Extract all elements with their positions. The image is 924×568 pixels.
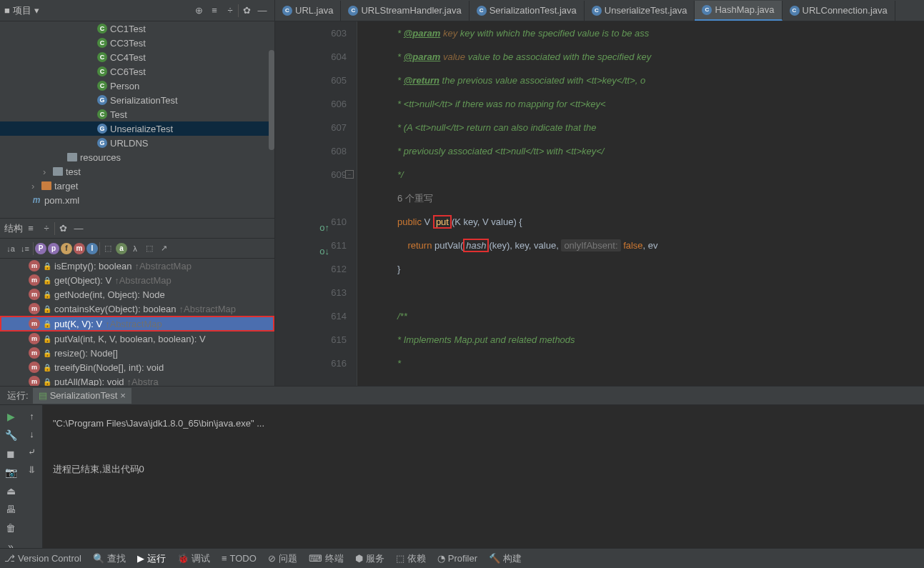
- print-icon[interactable]: 🖶: [6, 504, 16, 515]
- wrench-icon[interactable]: 🔧: [5, 429, 17, 441]
- build-tool[interactable]: 🔨 构建: [489, 552, 522, 565]
- find-tool[interactable]: 🔍 查找: [93, 552, 126, 565]
- autoscroll-icon[interactable]: ↗: [157, 242, 170, 255]
- project-file-CC1Test[interactable]: CCC1Test: [0, 21, 274, 36]
- project-file-SerializationTest[interactable]: GSerializationTest: [0, 93, 274, 107]
- editor-tab[interactable]: CHashMap.java: [695, 1, 782, 21]
- line-number[interactable]: 616: [275, 352, 347, 375]
- terminal-tool[interactable]: ⌨ 终端: [309, 552, 344, 565]
- structure-list[interactable]: m🔒isEmpty(): boolean ↑AbstractMapm🔒get(O…: [0, 259, 274, 389]
- gutter[interactable]: 603604605606607608609−o↑ o↓6106116126136…: [275, 21, 357, 386]
- down-icon[interactable]: ↓: [29, 429, 34, 439]
- hide-icon[interactable]: —: [254, 3, 270, 19]
- struct-hide-icon[interactable]: —: [71, 221, 86, 236]
- editor-tab[interactable]: CSerializationTest.java: [470, 1, 585, 21]
- up-icon[interactable]: ↑: [29, 411, 34, 422]
- filter-inner-icon[interactable]: I: [86, 243, 98, 254]
- camera-icon[interactable]: 📷: [5, 467, 17, 478]
- line-number[interactable]: 604: [275, 45, 347, 69]
- structure-method[interactable]: m🔒treeifyBin(Node[], int): void: [0, 360, 274, 374]
- line-number[interactable]: 603: [275, 21, 347, 45]
- structure-method[interactable]: m🔒containsKey(Object): boolean ↑Abstract…: [0, 302, 274, 316]
- project-file-CC4Test[interactable]: CCC4Test: [0, 50, 274, 64]
- structure-method[interactable]: m🔒get(Object): V ↑AbstractMap: [0, 273, 274, 287]
- structure-method[interactable]: m🔒isEmpty(): boolean ↑AbstractMap: [0, 259, 274, 273]
- pom-file[interactable]: m pom.xml: [0, 193, 274, 207]
- todo-tool[interactable]: ≡ TODO: [222, 553, 257, 564]
- folder-test[interactable]: ›test: [0, 164, 274, 179]
- filter-inherit-icon[interactable]: ⬚: [101, 242, 114, 255]
- run-tab[interactable]: ▤ SerializationTest ×: [33, 388, 131, 404]
- overrides-hint[interactable]: 6 个重写: [397, 186, 924, 210]
- sort-alpha-icon[interactable]: ↓a: [4, 242, 17, 255]
- line-number[interactable]: 606: [275, 92, 347, 116]
- folder-resources[interactable]: resources: [0, 150, 274, 164]
- settings-icon[interactable]: ✿: [239, 3, 254, 19]
- structure-method[interactable]: m🔒getNode(int, Object): Node: [0, 287, 274, 302]
- line-number[interactable]: 605: [275, 69, 347, 92]
- struct-settings-icon[interactable]: ✿: [55, 221, 71, 236]
- struct-expand-icon[interactable]: ≡: [23, 221, 39, 236]
- code-body[interactable]: * @param key key with which the specifie…: [357, 21, 924, 386]
- run-title: 运行:: [7, 389, 29, 402]
- locate-icon[interactable]: ⊕: [191, 3, 207, 19]
- folder-target[interactable]: ›target: [0, 179, 274, 193]
- vcs-tool[interactable]: ⎇ Version Control: [4, 553, 81, 564]
- editor-tab[interactable]: CURLConnection.java: [783, 1, 895, 21]
- filter-anon-icon[interactable]: a: [116, 243, 127, 254]
- line-number[interactable]: 614: [275, 304, 347, 328]
- line-number[interactable]: [275, 186, 347, 210]
- tree-scrollbar[interactable]: [269, 50, 274, 150]
- filter-methods-icon[interactable]: m: [74, 243, 85, 254]
- console-output[interactable]: "C:\Program Files\Java\jdk1.8.0_65\bin\j…: [43, 405, 924, 548]
- fold-icon[interactable]: −: [345, 170, 354, 179]
- delete-icon[interactable]: 🗑: [6, 522, 16, 534]
- run-tool[interactable]: ▶ 运行: [137, 552, 166, 565]
- line-number[interactable]: 608: [275, 139, 347, 163]
- project-file-CC3Test[interactable]: CCC3Test: [0, 36, 274, 50]
- line-number[interactable]: 613: [275, 281, 347, 304]
- filter-lambda-icon[interactable]: λ: [129, 242, 141, 255]
- expand-icon[interactable]: ≡: [207, 3, 222, 19]
- project-file-UnserializeTest[interactable]: GUnserializeTest: [0, 121, 274, 136]
- structure-method[interactable]: m🔒putVal(int, K, V, boolean, boolean): V: [0, 332, 274, 346]
- editor-tab[interactable]: CURLStreamHandler.java: [341, 1, 469, 21]
- project-file-CC6Test[interactable]: CCC6Test: [0, 64, 274, 79]
- rerun-icon[interactable]: ▶: [7, 411, 15, 422]
- line-number[interactable]: 607: [275, 116, 347, 139]
- line-number[interactable]: 609−: [275, 163, 347, 186]
- sort-visibility-icon[interactable]: ↓≡: [19, 242, 31, 255]
- filter-nonpublic-icon[interactable]: ⬚: [143, 242, 156, 255]
- struct-collapse-icon[interactable]: ÷: [39, 221, 54, 236]
- services-tool[interactable]: ⬢ 服务: [355, 552, 384, 565]
- profiler-tool[interactable]: ◔ Profiler: [437, 553, 477, 564]
- editor-tab[interactable]: CURL.java: [275, 1, 341, 21]
- structure-method[interactable]: m🔒resize(): Node[]: [0, 346, 274, 360]
- debug-tool[interactable]: 🐞 调试: [177, 552, 210, 565]
- line-number[interactable]: 612: [275, 257, 347, 281]
- collapse-icon[interactable]: ÷: [222, 3, 238, 19]
- scroll-end-icon[interactable]: ⥥: [28, 464, 36, 475]
- project-tree[interactable]: CCC1TestCCC3TestCCC4TestCCC6TestCPersonG…: [0, 21, 274, 218]
- override-icon[interactable]: o↑ o↓: [318, 216, 329, 227]
- project-file-Person[interactable]: CPerson: [0, 79, 274, 93]
- deps-tool[interactable]: ⬚ 依赖: [396, 552, 426, 565]
- line-number[interactable]: 615: [275, 328, 347, 352]
- structure-method[interactable]: m🔒put(K, V): V ↑AbstractMap: [0, 316, 274, 332]
- project-file-URLDNS[interactable]: GURLDNS: [0, 136, 274, 150]
- exit-icon[interactable]: ⏏: [6, 485, 16, 497]
- stop-icon[interactable]: ◼: [6, 448, 15, 459]
- project-file-Test[interactable]: CTest: [0, 107, 274, 121]
- filter-fields-icon[interactable]: f: [61, 243, 72, 254]
- filter-param-icon[interactable]: p: [48, 243, 59, 254]
- softwrap-icon[interactable]: ⤶: [28, 447, 36, 457]
- issues-tool[interactable]: ⊘ 问题: [268, 552, 297, 565]
- editor-tab[interactable]: CUnserializeTest.java: [585, 1, 695, 21]
- close-icon[interactable]: ×: [120, 390, 126, 401]
- filter-properties-icon[interactable]: P: [35, 243, 46, 254]
- code-editor[interactable]: 603604605606607608609−o↑ o↓6106116126136…: [275, 21, 924, 386]
- line-number[interactable]: 611: [275, 234, 347, 257]
- line-number[interactable]: o↑ o↓610: [275, 210, 347, 234]
- class-icon: C: [97, 52, 107, 62]
- project-title[interactable]: ■ 项目 ▾: [4, 4, 39, 17]
